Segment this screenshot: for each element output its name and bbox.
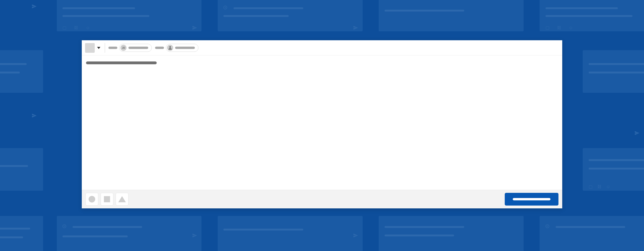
square-icon bbox=[104, 196, 110, 202]
recipient-field-2 bbox=[155, 44, 198, 52]
send-arrow-icon bbox=[634, 130, 640, 136]
bg-card bbox=[379, 0, 524, 31]
recipient-field-1: JD bbox=[108, 44, 152, 52]
send-button[interactable] bbox=[505, 193, 558, 206]
chevron-down-icon bbox=[97, 47, 100, 49]
compose-footer bbox=[82, 190, 562, 208]
bg-card bbox=[583, 50, 644, 93]
avatar-initials-text: JD bbox=[122, 46, 125, 49]
triangle-tool-button[interactable] bbox=[116, 193, 128, 206]
recipient-chip[interactable] bbox=[166, 44, 198, 52]
svg-point-0 bbox=[170, 46, 171, 48]
triangle-icon bbox=[118, 196, 126, 202]
field-label-placeholder bbox=[108, 47, 117, 49]
chip-text-placeholder bbox=[175, 47, 195, 49]
bg-card: + bbox=[218, 0, 363, 31]
square-tool-button[interactable] bbox=[100, 193, 113, 206]
bg-card bbox=[0, 148, 43, 191]
tool-row bbox=[86, 193, 128, 206]
bg-card: ▢ ⛓ ☺ bbox=[57, 0, 202, 31]
chip-text-placeholder bbox=[128, 47, 148, 49]
bg-card: + bbox=[57, 216, 202, 251]
type-swatch-icon bbox=[85, 43, 95, 53]
recipient-chip[interactable]: JD bbox=[119, 44, 152, 52]
bg-card: ▢ ⛓ ☺ bbox=[540, 0, 644, 31]
bg-card bbox=[379, 216, 524, 251]
bg-card: ▢ ⛓ ☺ bbox=[0, 216, 43, 251]
body-text-placeholder bbox=[86, 61, 157, 64]
compose-window: JD bbox=[82, 40, 562, 208]
circle-tool-button[interactable] bbox=[86, 193, 98, 206]
send-arrow-icon bbox=[32, 4, 37, 9]
bg-card: + bbox=[540, 216, 644, 251]
circle-icon bbox=[88, 196, 95, 203]
bg-card: ⛓ ☺ bbox=[0, 50, 43, 93]
avatar-image bbox=[167, 45, 173, 51]
send-button-label-placeholder bbox=[513, 198, 550, 200]
send-arrow-icon bbox=[32, 113, 37, 118]
avatar-initials: JD bbox=[120, 45, 126, 51]
bg-card bbox=[218, 216, 363, 251]
message-type-selector[interactable] bbox=[85, 43, 105, 53]
bg-card: ▢ ⛓ ☺ bbox=[583, 148, 644, 191]
compose-body[interactable] bbox=[82, 55, 562, 190]
compose-header: JD bbox=[82, 40, 562, 55]
field-label-placeholder bbox=[155, 47, 164, 49]
